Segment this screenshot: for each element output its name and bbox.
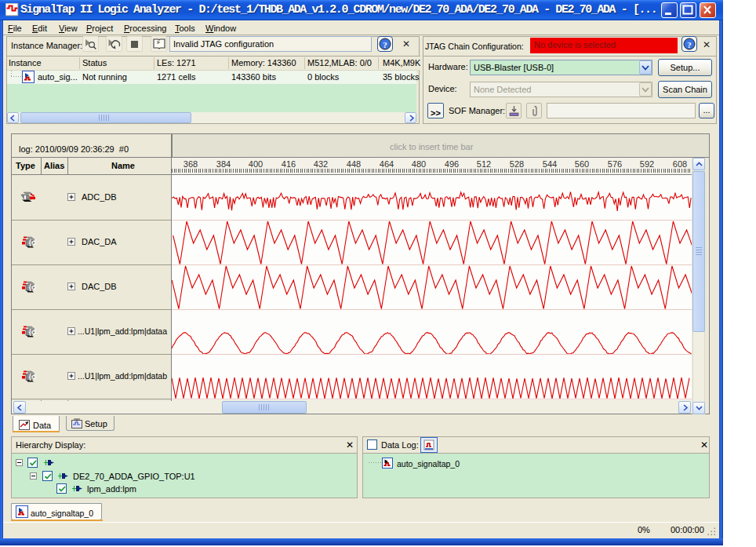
svg-text:?: ? xyxy=(687,40,692,49)
svg-text:{ch}: {ch} xyxy=(29,283,37,291)
svg-text:?: ? xyxy=(383,40,387,49)
svg-text:{ch}: {ch} xyxy=(29,239,37,246)
svg-text:{ch}: {ch} xyxy=(29,373,37,381)
svg-text:{ch}: {ch} xyxy=(29,328,37,336)
